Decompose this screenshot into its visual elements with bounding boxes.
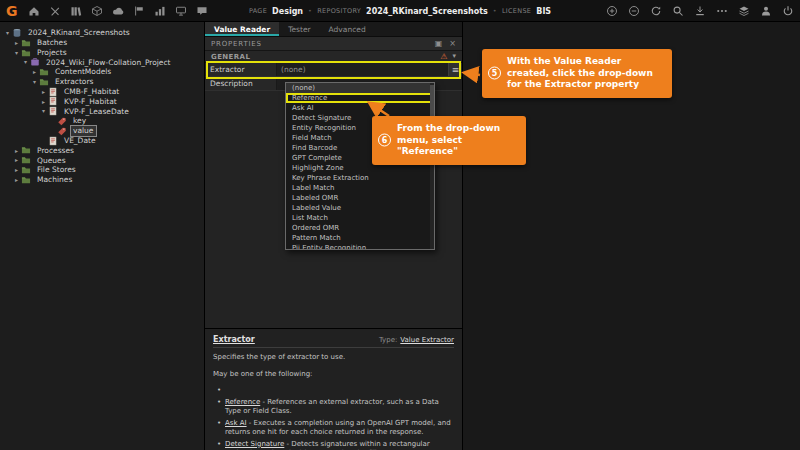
- tree-item-projects[interactable]: ▾Projects: [3, 48, 204, 58]
- tree-item-processes[interactable]: ▸Processes: [3, 146, 204, 156]
- tree-item-label[interactable]: File Stores: [35, 165, 78, 174]
- expander-icon[interactable]: ▾: [12, 48, 21, 58]
- dropdown-item-none[interactable]: (none): [286, 83, 434, 93]
- tab-tester[interactable]: Tester: [279, 22, 319, 36]
- page-value[interactable]: Design: [272, 7, 303, 16]
- type-value-link[interactable]: Value Extractor: [400, 336, 454, 344]
- help-intro: Specifies the type of extractor to use.: [213, 353, 454, 363]
- power-icon[interactable]: [781, 4, 794, 17]
- dropdown-item-key-phrase-extraction[interactable]: Key Phrase Extraction: [286, 173, 434, 183]
- expander-icon[interactable]: ▸: [39, 87, 48, 97]
- tree-item-label[interactable]: 2024_Wiki_Flow-Collation_Project: [44, 58, 173, 67]
- topbar: G PAGE Design • REPOSITORY 2024_RKinard_…: [0, 0, 800, 22]
- expander-icon[interactable]: ▸: [30, 67, 39, 77]
- tree-item-label[interactable]: Machines: [35, 175, 74, 184]
- tab-advanced[interactable]: Advanced: [320, 22, 375, 36]
- tree-item-kvp-f-leasedate[interactable]: ▾KVP-F_LeaseDate: [3, 106, 204, 116]
- tree-item-label[interactable]: value: [71, 126, 96, 135]
- dropdown-item-label-match[interactable]: Label Match: [286, 183, 434, 193]
- dropdown-item-labeled-omr[interactable]: Labeled OMR: [286, 193, 434, 203]
- help-title[interactable]: Extractor: [213, 335, 255, 344]
- tree-item-ve-date[interactable]: VE_Date: [3, 136, 204, 146]
- expander-icon[interactable]: ▸: [12, 155, 21, 165]
- extractor-icon: [48, 87, 60, 97]
- add-icon[interactable]: [605, 4, 618, 17]
- tree-item-label[interactable]: KVP-F_LeaseDate: [62, 107, 131, 116]
- tree-item-2024-wiki-flow-collation-project[interactable]: ▾2024_Wiki_Flow-Collation_Project: [3, 57, 204, 67]
- tree-item-label[interactable]: Extractors: [53, 77, 95, 86]
- help-link[interactable]: Reference: [225, 398, 260, 406]
- dropdown-item-pattern-match[interactable]: Pattern Match: [286, 233, 434, 243]
- help-bullet-text: Detect Signature - Detects signatures wi…: [225, 440, 454, 450]
- expander-icon[interactable]: ▾: [21, 57, 30, 67]
- tree-item-extractors[interactable]: ▾Extractors: [3, 77, 204, 87]
- extractor-dropdown-button[interactable]: ≡: [448, 63, 462, 76]
- layers-icon[interactable]: [737, 4, 750, 17]
- home-icon[interactable]: [28, 4, 41, 17]
- dropdown-item-list-match[interactable]: List Match: [286, 213, 434, 223]
- dropdown-scrollbar[interactable]: [430, 83, 434, 249]
- tab-value-reader[interactable]: Value Reader: [205, 22, 279, 36]
- dropdown-item-ask-ai[interactable]: Ask AI: [286, 103, 434, 113]
- search-icon[interactable]: [671, 4, 684, 17]
- tree-item-label[interactable]: Queues: [35, 156, 68, 165]
- tree-item-key[interactable]: key: [3, 116, 204, 126]
- dropdown-item-highlight-zone[interactable]: Highlight Zone: [286, 163, 434, 173]
- tree-item-label[interactable]: KVP-F_Habitat: [62, 97, 119, 106]
- dropdown-item-labeled-value[interactable]: Labeled Value: [286, 203, 434, 213]
- cloud-icon[interactable]: [112, 4, 125, 17]
- dropdown-item-reference[interactable]: Reference: [286, 93, 434, 103]
- user-icon[interactable]: [759, 4, 772, 17]
- batches-icon[interactable]: [91, 4, 104, 17]
- tree-item-label[interactable]: key: [71, 116, 88, 125]
- tree-item-label[interactable]: Projects: [35, 48, 69, 57]
- expander-icon[interactable]: ▾: [30, 77, 39, 87]
- flag-icon[interactable]: [133, 4, 146, 17]
- library-icon[interactable]: [70, 4, 83, 17]
- tree-item-label[interactable]: CMB-F_Habitat: [62, 87, 121, 96]
- tree-item-kvp-f-habitat[interactable]: ▸KVP-F_Habitat: [3, 97, 204, 107]
- grid-icon[interactable]: ▣: [435, 40, 443, 48]
- chevron-down-icon[interactable]: ▾: [452, 53, 456, 60]
- more-icon[interactable]: [715, 4, 728, 17]
- tree-item-machines[interactable]: ▸Machines: [3, 175, 204, 185]
- tree-item-label[interactable]: ContentModels: [53, 67, 113, 76]
- help-link[interactable]: Ask AI: [225, 419, 247, 427]
- refresh-icon[interactable]: [649, 4, 662, 17]
- tree-item-value[interactable]: value: [3, 126, 204, 136]
- expander-icon[interactable]: ▸: [12, 38, 21, 48]
- callout-text: With the Value Reader created, click the…: [507, 56, 653, 89]
- expander-icon[interactable]: ▸: [12, 146, 21, 156]
- close-icon[interactable]: ×: [449, 40, 456, 48]
- tree-item-label[interactable]: 2024_RKinard_Screenshots: [26, 28, 132, 37]
- tree-item-label[interactable]: Batches: [35, 38, 69, 47]
- tree-item-file-stores[interactable]: ▸File Stores: [3, 165, 204, 175]
- extractor-property-value[interactable]: (none): [277, 63, 448, 76]
- repository-value[interactable]: 2024_RKinard_Screenshots: [366, 7, 488, 16]
- expander-icon[interactable]: ▾: [39, 106, 48, 116]
- folder-icon: [39, 67, 51, 77]
- remove-icon[interactable]: [627, 4, 640, 17]
- tree-item-cmb-f-habitat[interactable]: ▸CMB-F_Habitat: [3, 87, 204, 97]
- chart-icon[interactable]: [154, 4, 167, 17]
- download-icon[interactable]: [693, 4, 706, 17]
- expander-icon[interactable]: ▸: [12, 165, 21, 175]
- help-link[interactable]: Detect Signature: [225, 440, 284, 448]
- chat-icon[interactable]: [196, 4, 209, 17]
- tree-item-queues[interactable]: ▸Queues: [3, 155, 204, 165]
- general-section-header[interactable]: GENERAL ⚠ ▾: [205, 51, 462, 63]
- tree-item-batches[interactable]: ▸Batches: [3, 38, 204, 48]
- dropdown-item-ordered-omr[interactable]: Ordered OMR: [286, 223, 434, 233]
- tree-item-label[interactable]: VE_Date: [62, 136, 98, 145]
- dropdown-items: (none)ReferenceAsk AIDetect SignatureEnt…: [286, 83, 434, 250]
- expander-icon[interactable]: ▸: [12, 175, 21, 185]
- folder-icon: [39, 77, 51, 87]
- expander-icon[interactable]: ▸: [39, 97, 48, 107]
- expander-icon[interactable]: ▾: [3, 28, 12, 38]
- dropdown-item-pii-entity-recognition[interactable]: Pii Entity Recognition: [286, 243, 434, 250]
- tools-icon[interactable]: [49, 4, 62, 17]
- monitors-icon[interactable]: [175, 4, 188, 17]
- tree-item-contentmodels[interactable]: ▸ContentModels: [3, 67, 204, 77]
- tree-item-2024-rkinard-screenshots[interactable]: ▾2024_RKinard_Screenshots: [3, 28, 204, 38]
- tree-item-label[interactable]: Processes: [35, 146, 76, 155]
